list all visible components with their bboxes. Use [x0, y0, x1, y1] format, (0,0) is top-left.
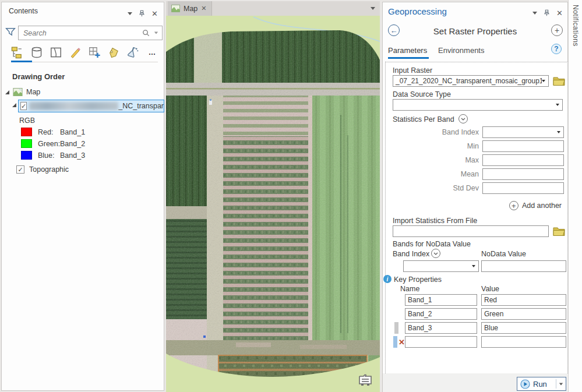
data-source-type-combo[interactable]	[393, 99, 563, 111]
bands-nodata-label: Bands for NoData Value	[393, 240, 471, 248]
mean-input[interactable]	[482, 168, 564, 180]
layer-row-raster-selected[interactable]: ✓ _NC_transparent_mosa	[18, 100, 164, 112]
close-tab-icon[interactable]: ✕	[201, 5, 206, 12]
import-statistics-input[interactable]	[393, 225, 549, 237]
run-play-icon	[520, 379, 530, 389]
pin-icon[interactable]	[138, 9, 146, 17]
key-property-name-input[interactable]	[405, 308, 477, 320]
import-statistics-input-field[interactable]	[393, 226, 548, 236]
layer-checkbox[interactable]: ✓	[20, 102, 27, 110]
key-property-value-field[interactable]	[482, 337, 566, 347]
active-tab-underline	[11, 61, 32, 62]
value-column-label: Value	[481, 285, 499, 293]
map-tab-label: Map	[184, 5, 197, 13]
min-input-field[interactable]	[483, 141, 563, 151]
tool-title: Set Raster Properties	[383, 26, 567, 36]
key-property-name-field[interactable]	[405, 309, 477, 319]
close-icon[interactable]: ✕	[556, 9, 563, 17]
input-raster-combo[interactable]: _07_21_2020_NC_transparent_mosaic_group1…	[393, 75, 549, 87]
key-property-name-field[interactable]	[405, 323, 477, 333]
layer-row-topographic[interactable]: ✓ Topographic	[16, 165, 69, 174]
tabbar-menu-caret-icon[interactable]	[371, 7, 375, 10]
panel-menu-caret-icon[interactable]	[128, 12, 132, 15]
input-raster-value: _07_21_2020_NC_transparent_mosaic_group1…	[393, 77, 542, 85]
key-property-value-field[interactable]	[482, 309, 566, 319]
key-property-value-field[interactable]	[482, 323, 566, 333]
symbology-type-label: RGB	[19, 116, 35, 125]
filter-icon[interactable]	[5, 27, 16, 37]
band-row-green: Green: Band_2	[21, 139, 85, 148]
list-by-snapping-icon[interactable]	[87, 45, 102, 59]
std-dev-input[interactable]	[482, 182, 564, 194]
combo-caret-icon	[557, 131, 560, 133]
list-by-analysis-icon[interactable]	[125, 45, 140, 59]
max-input[interactable]	[482, 154, 564, 166]
key-property-value-input[interactable]	[481, 308, 566, 320]
help-icon[interactable]: ?	[551, 44, 562, 54]
map-overflow-icon[interactable]	[358, 373, 373, 386]
band-index-combo[interactable]	[482, 126, 564, 138]
key-properties-label: Key Properties	[394, 276, 442, 284]
row-drag-handle[interactable]	[394, 322, 398, 334]
std-dev-input-field[interactable]	[483, 183, 563, 193]
nodata-value-input[interactable]	[481, 260, 566, 272]
nodata-band-index-combo[interactable]	[403, 260, 479, 272]
key-property-value-input[interactable]	[481, 294, 566, 306]
min-input[interactable]	[482, 140, 564, 152]
collapse-chevron-icon[interactable]	[431, 249, 440, 258]
notifications-strip[interactable]: Notifications	[568, 0, 582, 392]
key-property-name-input[interactable]	[405, 322, 477, 334]
key-property-name-input[interactable]	[405, 336, 477, 348]
search-options-caret-icon[interactable]	[154, 32, 158, 34]
list-by-drawing-order-icon[interactable]	[10, 45, 25, 59]
map-tab[interactable]: Map ✕	[168, 1, 212, 16]
map-canvas[interactable]	[166, 16, 380, 392]
search-input[interactable]	[19, 29, 142, 37]
topographic-checkbox[interactable]: ✓	[16, 165, 24, 174]
more-options-icon[interactable]: …	[144, 45, 160, 59]
name-column-label: Name	[400, 285, 419, 293]
run-options-caret-icon[interactable]	[559, 383, 563, 385]
key-property-name-field[interactable]	[405, 295, 477, 305]
panel-menu-caret-icon[interactable]	[532, 12, 537, 15]
key-property-value-field[interactable]	[482, 295, 566, 305]
key-property-value-input[interactable]	[481, 336, 566, 348]
notifications-tab-label[interactable]: Notifications	[572, 5, 580, 47]
blue-swatch	[21, 151, 32, 160]
pin-icon[interactable]	[543, 9, 551, 17]
map-thumbnail-icon	[171, 5, 180, 12]
max-input-field[interactable]	[483, 155, 563, 165]
search-icon[interactable]	[142, 29, 150, 37]
list-by-data-source-icon[interactable]	[29, 45, 44, 59]
close-icon[interactable]: ✕	[151, 10, 158, 17]
collapse-chevron-icon[interactable]	[458, 114, 468, 123]
geoprocessing-panel: Geoprocessing ✕ ← Set Raster Properties …	[382, 2, 568, 392]
search-box[interactable]	[18, 26, 163, 40]
add-another-button[interactable]: + Add another	[386, 201, 562, 210]
browse-folder-icon[interactable]	[553, 226, 565, 236]
run-label: Run	[533, 380, 556, 389]
band-name: Band_2	[60, 140, 85, 148]
mean-input-field[interactable]	[483, 169, 563, 179]
tab-parameters[interactable]: Parameters	[388, 46, 427, 55]
layer-row-map[interactable]: Map	[5, 88, 40, 96]
list-by-selection-icon[interactable]	[48, 45, 64, 59]
run-button[interactable]: Run	[517, 377, 566, 391]
browse-folder-icon[interactable]	[553, 76, 565, 86]
expander-icon[interactable]	[5, 90, 9, 94]
nodata-value-input-field[interactable]	[482, 261, 566, 271]
key-property-name-input[interactable]	[405, 294, 477, 306]
delete-row-icon[interactable]: ✕	[398, 338, 405, 346]
row-drag-handle[interactable]	[393, 336, 397, 348]
key-property-value-input[interactable]	[481, 322, 566, 334]
active-tab-underline	[388, 57, 429, 59]
band-row-red: Red: Band_1	[21, 128, 85, 136]
key-property-name-field[interactable]	[405, 337, 477, 347]
list-by-editing-icon[interactable]	[68, 45, 83, 59]
add-tool-button[interactable]: +	[551, 24, 563, 36]
expander-icon[interactable]	[12, 103, 16, 107]
max-label: Max	[386, 156, 479, 164]
contents-panel-title: Contents	[9, 7, 38, 15]
list-by-labeling-icon[interactable]	[106, 45, 121, 59]
tab-environments[interactable]: Environments	[438, 46, 484, 55]
